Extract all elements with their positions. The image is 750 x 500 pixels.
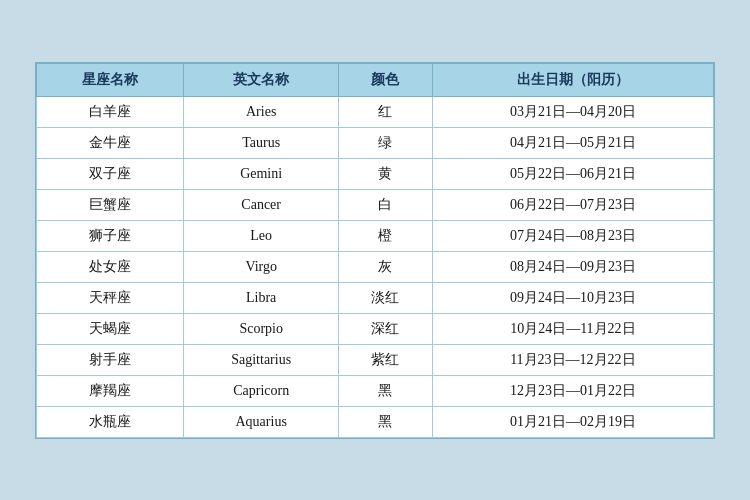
col-header-chinese: 星座名称	[37, 63, 184, 96]
table-row: 狮子座Leo橙07月24日—08月23日	[37, 220, 714, 251]
cell-color: 红	[339, 96, 433, 127]
cell-chinese-name: 双子座	[37, 158, 184, 189]
cell-date: 07月24日—08月23日	[432, 220, 713, 251]
cell-chinese-name: 巨蟹座	[37, 189, 184, 220]
table-row: 射手座Sagittarius紫红11月23日—12月22日	[37, 344, 714, 375]
cell-english-name: Aquarius	[184, 406, 339, 437]
table-row: 水瓶座Aquarius黑01月21日—02月19日	[37, 406, 714, 437]
zodiac-table-container: 星座名称 英文名称 颜色 出生日期（阳历） 白羊座Aries红03月21日—04…	[35, 62, 715, 439]
cell-date: 03月21日—04月20日	[432, 96, 713, 127]
table-header-row: 星座名称 英文名称 颜色 出生日期（阳历）	[37, 63, 714, 96]
table-row: 金牛座Taurus绿04月21日—05月21日	[37, 127, 714, 158]
cell-chinese-name: 狮子座	[37, 220, 184, 251]
cell-chinese-name: 天蝎座	[37, 313, 184, 344]
cell-color: 灰	[339, 251, 433, 282]
cell-color: 黑	[339, 406, 433, 437]
cell-chinese-name: 金牛座	[37, 127, 184, 158]
col-header-english: 英文名称	[184, 63, 339, 96]
cell-date: 12月23日—01月22日	[432, 375, 713, 406]
cell-date: 01月21日—02月19日	[432, 406, 713, 437]
table-row: 双子座Gemini黄05月22日—06月21日	[37, 158, 714, 189]
cell-english-name: Aries	[184, 96, 339, 127]
table-row: 处女座Virgo灰08月24日—09月23日	[37, 251, 714, 282]
cell-color: 深红	[339, 313, 433, 344]
cell-chinese-name: 白羊座	[37, 96, 184, 127]
cell-english-name: Capricorn	[184, 375, 339, 406]
cell-english-name: Cancer	[184, 189, 339, 220]
cell-color: 淡红	[339, 282, 433, 313]
cell-english-name: Leo	[184, 220, 339, 251]
cell-date: 05月22日—06月21日	[432, 158, 713, 189]
col-header-date: 出生日期（阳历）	[432, 63, 713, 96]
cell-chinese-name: 射手座	[37, 344, 184, 375]
cell-english-name: Taurus	[184, 127, 339, 158]
cell-chinese-name: 摩羯座	[37, 375, 184, 406]
col-header-color: 颜色	[339, 63, 433, 96]
cell-date: 06月22日—07月23日	[432, 189, 713, 220]
cell-chinese-name: 天秤座	[37, 282, 184, 313]
cell-english-name: Libra	[184, 282, 339, 313]
table-row: 巨蟹座Cancer白06月22日—07月23日	[37, 189, 714, 220]
cell-english-name: Scorpio	[184, 313, 339, 344]
cell-date: 10月24日—11月22日	[432, 313, 713, 344]
cell-chinese-name: 水瓶座	[37, 406, 184, 437]
table-row: 摩羯座Capricorn黑12月23日—01月22日	[37, 375, 714, 406]
cell-color: 绿	[339, 127, 433, 158]
table-row: 天蝎座Scorpio深红10月24日—11月22日	[37, 313, 714, 344]
cell-color: 白	[339, 189, 433, 220]
cell-color: 黑	[339, 375, 433, 406]
cell-color: 橙	[339, 220, 433, 251]
cell-date: 09月24日—10月23日	[432, 282, 713, 313]
cell-chinese-name: 处女座	[37, 251, 184, 282]
cell-color: 紫红	[339, 344, 433, 375]
cell-english-name: Sagittarius	[184, 344, 339, 375]
cell-date: 11月23日—12月22日	[432, 344, 713, 375]
cell-english-name: Virgo	[184, 251, 339, 282]
table-row: 白羊座Aries红03月21日—04月20日	[37, 96, 714, 127]
zodiac-table: 星座名称 英文名称 颜色 出生日期（阳历） 白羊座Aries红03月21日—04…	[36, 63, 714, 438]
table-body: 白羊座Aries红03月21日—04月20日金牛座Taurus绿04月21日—0…	[37, 96, 714, 437]
cell-date: 04月21日—05月21日	[432, 127, 713, 158]
cell-date: 08月24日—09月23日	[432, 251, 713, 282]
table-row: 天秤座Libra淡红09月24日—10月23日	[37, 282, 714, 313]
cell-english-name: Gemini	[184, 158, 339, 189]
cell-color: 黄	[339, 158, 433, 189]
